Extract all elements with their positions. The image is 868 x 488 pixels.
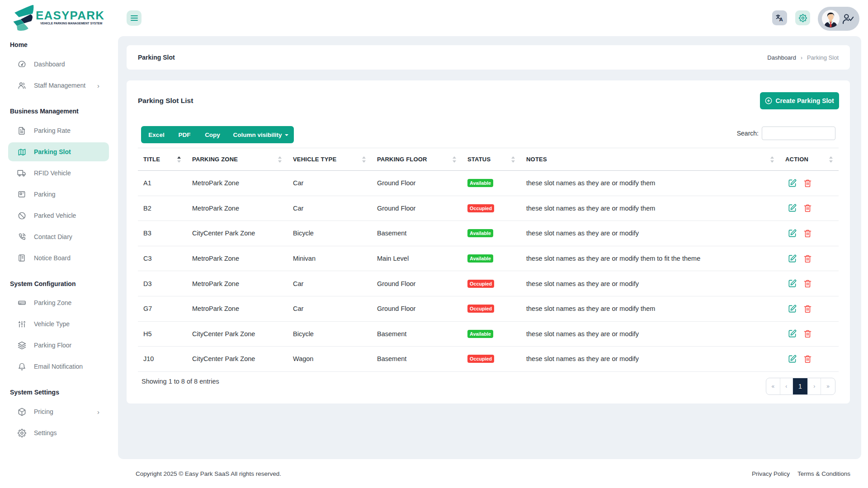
svg-text:A: A: [779, 17, 783, 22]
